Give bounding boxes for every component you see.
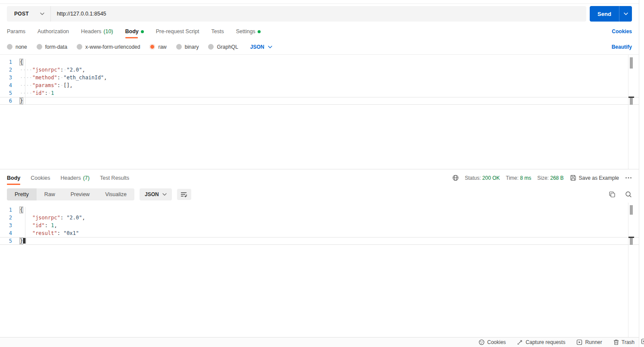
request-body-editor[interactable]: 1{2····"jsonrpc":·"2.0",3····"method":·"… — [0, 55, 639, 169]
scrollbar-thumb[interactable] — [630, 57, 633, 69]
radio-none[interactable]: none — [7, 44, 27, 50]
code-line[interactable]: 3 "id": 1, — [0, 222, 639, 229]
tab-body[interactable]: Body — [125, 24, 144, 39]
save-icon — [570, 175, 576, 181]
wrap-text-icon — [180, 191, 188, 197]
network-globe-icon[interactable] — [452, 175, 459, 181]
indent-guide — [25, 207, 25, 245]
top-divider — [0, 0, 639, 4]
line-number: 3 — [0, 222, 20, 229]
view-pretty[interactable]: Pretty — [7, 188, 37, 200]
view-raw[interactable]: Raw — [37, 188, 63, 200]
line-number: 1 — [0, 206, 20, 214]
line-number: 6 — [0, 97, 20, 104]
radio-raw[interactable]: raw — [149, 44, 166, 50]
tab-tests[interactable]: Tests — [212, 24, 224, 39]
view-preview[interactable]: Preview — [63, 188, 97, 200]
footer-trash-button[interactable]: Trash — [613, 339, 635, 345]
status-badge[interactable]: Status: 200 OK — [465, 175, 500, 181]
code-line[interactable]: 5····"id":·1 — [0, 89, 639, 97]
radio-dot-selected — [149, 44, 155, 50]
method-selector[interactable]: POST — [7, 11, 50, 17]
size-badge[interactable]: Size: 268 B — [537, 175, 563, 181]
radio-dot — [37, 44, 42, 50]
line-number: 2 — [0, 214, 20, 222]
radio-x-www-form-urlencoded[interactable]: x-www-form-urlencoded — [77, 44, 140, 50]
request-tab-bar: Params Authorization Headers (10) Body P… — [0, 24, 639, 39]
code-line[interactable]: 6} — [0, 97, 639, 105]
line-number: 3 — [0, 74, 20, 81]
code-line[interactable]: 1{ — [0, 58, 639, 66]
radio-dot — [7, 44, 12, 50]
url-input[interactable]: http://127.0.0.1:8545 — [51, 11, 586, 17]
chevron-down-icon — [268, 46, 272, 48]
active-tab-underline — [7, 184, 20, 185]
scrollbar-thumb[interactable] — [630, 205, 633, 215]
code-line[interactable]: 3····"method":·"eth_chainId", — [0, 74, 639, 81]
tab-response-cookies[interactable]: Cookies — [31, 170, 50, 186]
cookie-icon — [479, 339, 485, 345]
time-badge[interactable]: Time: 8 ms — [506, 175, 531, 181]
code-line[interactable]: 1{ — [0, 206, 639, 214]
footer-capture-requests-button[interactable]: Capture requests — [517, 339, 565, 345]
line-number: 2 — [0, 66, 20, 74]
request-tabs: Params Authorization Headers (10) Body P… — [7, 24, 612, 39]
footer-runner-button[interactable]: Runner — [576, 339, 602, 345]
cookies-link[interactable]: Cookies — [612, 28, 632, 34]
chevron-down-icon — [624, 13, 628, 15]
code-line[interactable]: 2 "jsonrpc": "2.0", — [0, 214, 639, 222]
copy-icon[interactable] — [609, 191, 616, 198]
footer-cookies-button[interactable]: Cookies — [479, 339, 506, 345]
tab-response-body[interactable]: Body — [7, 170, 20, 186]
right-sidebar-rail[interactable] — [639, 0, 644, 347]
body-type-row: none form-data x-www-form-urlencoded raw… — [0, 39, 639, 55]
send-label[interactable]: Send — [590, 6, 619, 22]
radio-binary[interactable]: binary — [176, 44, 199, 50]
code-line[interactable]: 2····"jsonrpc":·"2.0", — [0, 66, 639, 74]
request-editor-scrollbar[interactable] — [628, 55, 634, 169]
response-body-editor[interactable]: 1{2 "jsonrpc": "2.0",3 "id": 1,4 "result… — [0, 203, 639, 337]
tab-pre-request-script[interactable]: Pre-request Script — [156, 24, 199, 39]
trash-icon — [613, 339, 619, 345]
capture-requests-icon — [517, 339, 523, 345]
search-icon[interactable] — [625, 191, 632, 198]
chevron-down-icon — [162, 193, 167, 196]
send-button[interactable]: Send — [590, 6, 632, 22]
view-mode-switcher: Pretty Raw Preview Visualize — [7, 188, 134, 200]
console-partial-icon[interactable] — [641, 338, 644, 344]
more-options-icon[interactable] — [625, 177, 632, 179]
line-number: 5 — [0, 89, 20, 97]
tab-test-results[interactable]: Test Results — [100, 170, 129, 186]
method-label: POST — [14, 11, 29, 17]
code-line[interactable]: 4····"params":·[], — [0, 81, 639, 89]
chevron-down-icon — [40, 13, 44, 15]
response-editor-scrollbar[interactable] — [628, 203, 634, 337]
tab-headers[interactable]: Headers (10) — [81, 24, 113, 39]
code-line[interactable]: 4 "result": "0x1" — [0, 229, 639, 237]
cursor-position-thumb — [630, 238, 633, 245]
line-number: 1 — [0, 58, 20, 66]
url-row: POST http://127.0.0.1:8545 Send — [0, 4, 639, 24]
line-number: 5 — [0, 238, 20, 244]
raw-format-selector[interactable]: JSON — [250, 44, 272, 50]
radio-graphql[interactable]: GraphQL — [208, 44, 238, 50]
response-format-selector[interactable]: JSON — [140, 188, 172, 200]
tab-settings[interactable]: Settings — [236, 24, 261, 39]
tab-response-headers[interactable]: Headers (7) — [60, 170, 90, 186]
beautify-link[interactable]: Beautify — [612, 44, 632, 50]
tab-params[interactable]: Params — [7, 24, 25, 39]
radio-dot — [208, 44, 214, 50]
save-as-example-button[interactable]: Save as Example — [570, 175, 619, 181]
response-headers-count: (7) — [83, 175, 90, 181]
cursor-position-thumb — [630, 98, 633, 105]
code-line[interactable]: 5} — [0, 237, 639, 245]
wrap-text-button[interactable] — [177, 189, 191, 200]
response-meta: Status: 200 OK Time: 8 ms Size: 268 B Sa… — [452, 175, 632, 181]
radio-form-data[interactable]: form-data — [37, 44, 67, 50]
response-toolbar: Pretty Raw Preview Visualize JSON — [0, 186, 639, 203]
line-number: 4 — [0, 81, 20, 89]
tab-authorization[interactable]: Authorization — [37, 24, 69, 39]
view-visualize[interactable]: Visualize — [97, 188, 134, 200]
send-options-button[interactable] — [619, 6, 632, 22]
settings-modified-dot — [258, 30, 261, 33]
